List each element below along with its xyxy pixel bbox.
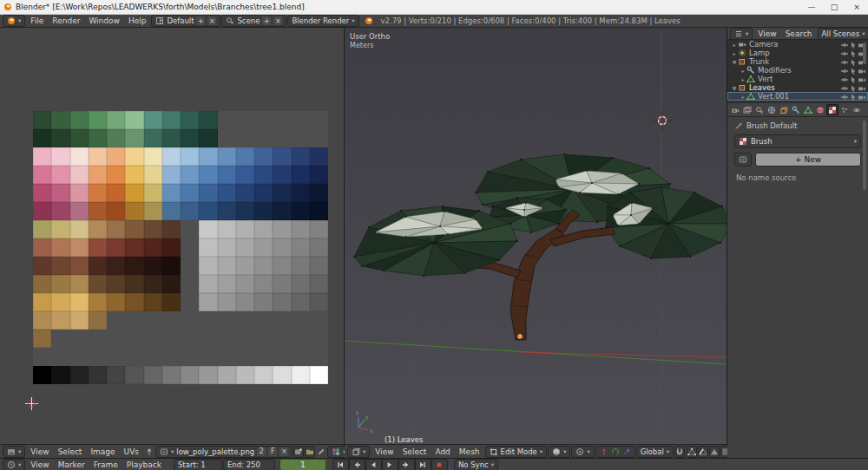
properties-tab-texture[interactable]	[826, 104, 838, 115]
add-layout-button[interactable]: +	[196, 16, 205, 25]
minimize-button[interactable]: —	[800, 0, 823, 14]
record-button[interactable]	[431, 459, 448, 470]
menu-playback[interactable]: Playback	[122, 460, 166, 469]
eye-icon[interactable]	[840, 41, 848, 49]
eye-icon[interactable]	[840, 84, 848, 92]
menu-render[interactable]: Render	[48, 16, 84, 25]
menu-select[interactable]: Select	[54, 447, 87, 456]
menu-frame[interactable]: Frame	[89, 460, 122, 469]
camera-restrict-icon[interactable]	[858, 84, 865, 92]
expand-arrow-icon[interactable]: ▸	[740, 76, 746, 82]
outliner-item-leaves[interactable]: ▼Leaves	[727, 83, 868, 92]
eye-icon[interactable]	[840, 93, 848, 101]
menu-uvs[interactable]: UVs	[120, 447, 143, 456]
frame-end-field[interactable]: End: 250	[223, 459, 275, 470]
orientation-selector[interactable]: Global ▾	[636, 446, 674, 458]
app-menu-button[interactable]: ▾	[3, 15, 25, 27]
pointer-icon[interactable]	[849, 93, 857, 101]
uv-2d-cursor[interactable]	[25, 397, 38, 410]
fake-user-button[interactable]: F	[268, 447, 277, 456]
maximize-button[interactable]: □	[823, 0, 845, 14]
frame-start-field[interactable]: Start: 1	[174, 459, 222, 470]
menu-select[interactable]: Select	[398, 447, 431, 456]
properties-tab-scene[interactable]	[753, 104, 766, 115]
prev-keyframe-button[interactable]	[349, 459, 365, 470]
pin-button[interactable]	[144, 446, 155, 458]
outliner-display-selector[interactable]: All Scenes ▾	[818, 28, 868, 40]
properties-tab-render[interactable]	[729, 104, 741, 115]
properties-tab-render-layers[interactable]	[741, 104, 753, 115]
face-select-button[interactable]	[709, 446, 720, 458]
sync-mode-selector[interactable]: No Sync ▾	[454, 459, 498, 470]
camera-restrict-icon[interactable]	[858, 75, 865, 83]
menu-add[interactable]: Add	[431, 447, 454, 456]
outliner-item-vert[interactable]: ▸Vert	[727, 75, 868, 83]
eye-icon[interactable]	[840, 75, 848, 83]
menu-window[interactable]: Window	[84, 16, 124, 25]
outliner-item-lamp[interactable]: ▸Lamp	[727, 49, 868, 57]
properties-scrollbar[interactable]	[863, 121, 866, 190]
edit-image-button[interactable]	[316, 446, 326, 458]
pointer-icon[interactable]	[849, 49, 857, 57]
screen-layout-selector[interactable]: Default + ×	[151, 15, 220, 27]
editor-type-selector[interactable]: ▾	[730, 28, 753, 40]
pointer-icon[interactable]	[849, 75, 857, 83]
vertex-select-button[interactable]	[687, 446, 697, 458]
eye-icon[interactable]	[840, 49, 848, 57]
image-datablock-selector[interactable]: ▾ low_poly_palette.png 2 F ×	[155, 446, 293, 458]
play-button[interactable]	[382, 459, 398, 470]
menu-search[interactable]: Search	[781, 29, 817, 38]
edge-select-button[interactable]	[698, 446, 708, 458]
editor-type-selector[interactable]: ▾	[3, 446, 25, 458]
expand-arrow-icon[interactable]: ▼	[731, 59, 738, 65]
snap-toggle[interactable]	[674, 446, 685, 458]
pointer-icon[interactable]	[849, 84, 857, 92]
menu-marker[interactable]: Marker	[54, 460, 89, 469]
menu-mesh[interactable]: Mesh	[455, 447, 484, 456]
expand-arrow-icon[interactable]: ▸	[740, 94, 746, 100]
remove-scene-button[interactable]: ×	[273, 16, 282, 25]
jump-start-button[interactable]	[332, 459, 349, 470]
mode-selector[interactable]: Edit Mode ▾	[485, 446, 548, 458]
menu-view[interactable]: View	[26, 447, 53, 456]
properties-tab-material[interactable]	[814, 104, 826, 115]
properties-tab-object-data[interactable]	[802, 104, 814, 115]
translate-manipulator-icon[interactable]	[600, 447, 608, 456]
next-keyframe-button[interactable]	[398, 459, 415, 470]
render-engine-selector[interactable]: Blender Render ▾	[287, 15, 358, 27]
editor-type-selector[interactable]: ▾	[3, 459, 25, 470]
pointer-icon[interactable]	[849, 41, 857, 49]
jump-end-button[interactable]	[415, 459, 431, 470]
pivot-selector[interactable]: ▾	[571, 446, 594, 458]
scene-selector[interactable]: Scene + ×	[221, 15, 286, 27]
close-button[interactable]: ×	[845, 0, 868, 14]
current-frame-field[interactable]: 1	[279, 459, 326, 470]
play-reverse-button[interactable]	[365, 459, 382, 470]
outliner-scrollbar[interactable]	[863, 42, 866, 63]
properties-tab-physics[interactable]	[851, 104, 863, 115]
expand-arrow-icon[interactable]: ▸	[740, 68, 746, 74]
rotate-manipulator-icon[interactable]	[611, 447, 620, 456]
outliner-item-modifiers[interactable]: ▸Modifiers	[727, 66, 868, 75]
menu-view[interactable]: View	[26, 460, 53, 469]
expand-arrow-icon[interactable]: ▸	[731, 42, 738, 48]
pointer-icon[interactable]	[849, 58, 857, 66]
unlink-image-button[interactable]: ×	[279, 447, 288, 456]
add-scene-button[interactable]: +	[262, 16, 271, 25]
menu-help[interactable]: Help	[124, 16, 151, 25]
outliner-item-camera[interactable]: ▸Camera	[727, 40, 868, 49]
camera-restrict-icon[interactable]	[858, 67, 865, 75]
eye-icon[interactable]	[840, 67, 848, 75]
properties-tab-object[interactable]	[778, 104, 790, 115]
eye-icon[interactable]	[840, 58, 848, 66]
outliner-item-vert-001[interactable]: ▸Vert.001	[727, 92, 868, 101]
viewport-3d[interactable]: x y z User Ortho Meters (1) Leaves	[345, 28, 727, 444]
properties-tab-modifiers[interactable]	[790, 104, 802, 115]
editor-type-selector[interactable]: ▾	[347, 446, 370, 458]
menu-view[interactable]: View	[371, 447, 398, 456]
menu-view[interactable]: View	[753, 29, 780, 38]
properties-tab-particles[interactable]	[838, 104, 851, 115]
expand-arrow-icon[interactable]: ▸	[731, 50, 738, 56]
outliner-item-trunk[interactable]: ▼Trunk	[727, 57, 868, 66]
menu-image[interactable]: Image	[86, 447, 119, 456]
